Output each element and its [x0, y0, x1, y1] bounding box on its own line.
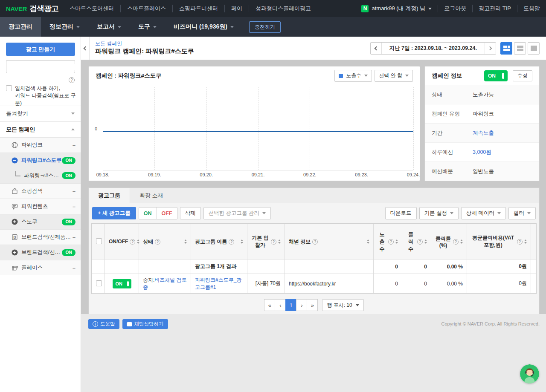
gnb-item-보고서[interactable]: 보고서 [88, 17, 130, 37]
adgroup-name-link[interactable]: 파워링크#스도쿠_광고그룹#1 [195, 277, 241, 290]
column-header-광고그룹 이름[interactable]: 광고그룹 이름? [191, 224, 247, 259]
filter-dropdown[interactable]: 필터 [508, 207, 536, 219]
match-search-checkbox[interactable] [6, 85, 12, 91]
create-ad-button[interactable]: 광고 만들기 [6, 43, 75, 56]
delete-button[interactable]: 삭제 [180, 207, 201, 219]
top-menu-item[interactable]: 페이 [224, 5, 242, 12]
column-header-클릭률(%)[interactable]: 클릭률(%)? [431, 224, 467, 259]
sort-icon[interactable] [524, 239, 527, 244]
column-header-노출수[interactable]: 노출수? [374, 224, 402, 259]
column-header-총비용(VAT포함,원)[interactable]: 총비용(VAT포함,원)? [531, 224, 537, 259]
view-split-button[interactable] [500, 42, 512, 55]
sidebar-search[interactable] [6, 60, 75, 73]
column-header-ON/OFF[interactable]: ON/OFF? [105, 224, 139, 259]
chat-support-avatar[interactable] [520, 364, 539, 383]
adgroup-on-toggle[interactable]: ON [113, 279, 131, 288]
top-menu-item[interactable]: 성과형디스플레이광고 [249, 5, 311, 12]
sort-icon[interactable] [137, 239, 139, 244]
edit-button[interactable]: 수정 [513, 70, 532, 81]
status-badge[interactable]: ON [62, 172, 76, 179]
sidebar-item-파워링크[interactable]: 파워링크– [0, 137, 81, 153]
top-menu-item[interactable]: 스마트스토어센터 [70, 5, 114, 12]
collapse-minus-icon[interactable]: – [73, 204, 76, 210]
first-page-button[interactable]: « [264, 299, 275, 311]
info-value[interactable]: 계속노출 [473, 130, 494, 137]
last-page-button[interactable]: » [307, 299, 318, 311]
column-header-평균클릭비용(VAT포함,원)[interactable]: 평균클릭비용(VAT포함,원)? [467, 224, 531, 259]
collapse-minus-icon[interactable]: – [73, 142, 76, 148]
current-page-button[interactable]: 1 [285, 299, 296, 311]
tab-확장 소재[interactable]: 확장 소재 [130, 187, 173, 203]
sidebar-item-all-campaigns[interactable]: 모든 캠페인 [0, 121, 81, 137]
prev-page-button[interactable]: ‹ [275, 299, 286, 311]
gnb-item-도구[interactable]: 도구 [130, 17, 165, 37]
compare-metric-dropdown[interactable]: 선택 안 함 [375, 70, 413, 82]
top-link[interactable]: 도움말 [517, 5, 540, 12]
on-button[interactable]: ON [139, 207, 157, 219]
help-icon[interactable]: ? [417, 239, 423, 245]
rows-per-page-dropdown[interactable]: 행 표시: 10 [322, 299, 363, 311]
tab-광고그룹[interactable]: 광고그룹 [88, 187, 130, 203]
new-adgroup-button[interactable]: + 새 광고그룹 [92, 207, 136, 219]
detail-data-dropdown[interactable]: 상세 데이터 [461, 207, 506, 219]
top-link[interactable]: 광고관리 TIP [472, 5, 511, 12]
sidebar-item-파워컨텐츠[interactable]: 파워컨텐츠– [0, 199, 81, 214]
view-list-button[interactable] [514, 42, 526, 55]
collapse-minus-icon[interactable]: – [73, 234, 76, 240]
search-input[interactable] [12, 64, 78, 70]
sort-icon[interactable] [241, 239, 243, 244]
sidebar-item-쇼핑검색[interactable]: 쇼핑검색– [0, 183, 81, 199]
sidebar-item-브랜드검색/신제품검색[interactable]: B브랜드검색/신제품검색– [0, 229, 81, 245]
status-badge[interactable]: ON [62, 249, 76, 256]
help-icon[interactable]: ? [155, 239, 160, 245]
sidebar-item-플레이스[interactable]: 플레이스– [0, 260, 81, 275]
basic-setting-dropdown[interactable]: 기본 설정 [419, 207, 459, 219]
help-icon[interactable]: ? [312, 239, 318, 245]
top-menu-item[interactable]: 스마트플레이스 [120, 5, 166, 12]
download-button[interactable]: 다운로드 [385, 207, 417, 219]
column-header-채널 정보[interactable]: 채널 정보? [285, 224, 374, 259]
gnb-item-정보관리[interactable]: 정보관리 [41, 17, 88, 37]
row-checkbox[interactable] [96, 280, 102, 286]
footer-help-button[interactable]: i 도움말 [88, 319, 119, 329]
chat-consult-button[interactable]: 채팅상담하기 [122, 319, 168, 329]
status-badge[interactable]: ON [62, 157, 76, 164]
sidebar-item-파워링크#스도쿠[interactable]: 파워링크#스도쿠ON [0, 153, 81, 168]
metric-dropdown[interactable]: 노출수 [334, 70, 372, 82]
date-next-button[interactable] [485, 43, 496, 54]
brand-logo[interactable]: NAVER 검색광고 [6, 3, 58, 14]
status-badge[interactable]: ON [62, 219, 76, 225]
sort-icon[interactable] [367, 239, 369, 244]
sort-icon[interactable] [278, 239, 281, 244]
info-value[interactable]: 3,000원 [473, 149, 491, 156]
manage-adgroup-dropdown[interactable]: 선택한 광고그룹 관리 [203, 207, 271, 219]
sidebar-collapse-button[interactable] [81, 37, 90, 60]
column-header-클릭수[interactable]: 클릭수? [402, 224, 431, 259]
help-icon[interactable]: ? [388, 239, 394, 245]
select-all-checkbox[interactable] [96, 238, 102, 244]
help-icon[interactable]: ? [271, 239, 276, 245]
date-prev-button[interactable] [371, 43, 381, 54]
sort-icon[interactable] [184, 239, 187, 244]
top-link[interactable]: 로그아웃 [438, 5, 466, 12]
campaign-on-toggle[interactable]: ON [484, 70, 508, 81]
gnb-item-광고관리[interactable]: 광고관리 [0, 17, 41, 37]
help-icon[interactable]: ? [517, 239, 523, 245]
off-button[interactable]: OFF [157, 207, 177, 219]
top-menu-item[interactable]: 쇼핑파트너센터 [172, 5, 218, 12]
sidebar-item-파워링크#스도쿠_광…[interactable]: 파워링크#스도쿠_광…ON [0, 168, 81, 183]
sidebar-item-스도쿠[interactable]: 스도쿠ON [0, 214, 81, 229]
sort-icon[interactable] [460, 239, 463, 244]
breadcrumb[interactable]: 모든 캠페인 [95, 40, 122, 47]
help-icon[interactable]: ? [130, 239, 135, 245]
charge-button[interactable]: 충전하기 [249, 21, 281, 33]
help-icon[interactable]: ? [229, 239, 234, 245]
column-header-기본 입찰가[interactable]: 기본 입찰가? [247, 224, 285, 259]
collapse-minus-icon[interactable]: – [73, 188, 76, 194]
sort-icon[interactable] [395, 239, 398, 244]
collapse-minus-icon[interactable]: – [73, 265, 76, 271]
next-page-button[interactable]: › [296, 299, 307, 311]
sidebar-item-favorites[interactable]: 즐겨찾기 [0, 106, 81, 121]
account-menu[interactable]: atmark99 (내 계정) 님 [372, 5, 432, 12]
help-icon[interactable]: ? [453, 239, 459, 245]
